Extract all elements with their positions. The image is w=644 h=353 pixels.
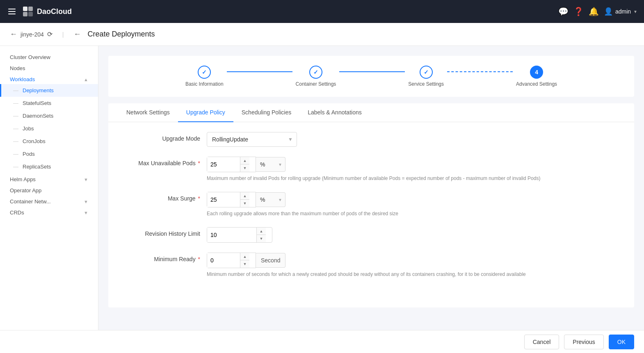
sidebar-item-crds[interactable]: CRDs ▼ [0, 206, 98, 217]
brand-logo: DaoCloud [22, 6, 72, 17]
step-line-3 [447, 71, 513, 72]
svg-rect-0 [23, 7, 27, 11]
minimum-ready-spinners: ▲ ▼ [240, 253, 249, 268]
max-surge-row: Max Surge * ▲ ▼ [125, 192, 618, 217]
revision-decrement[interactable]: ▼ [257, 235, 266, 242]
sidebar-item-deployments[interactable]: — Deployments [0, 84, 98, 97]
max-surge-input-wrap: ▲ ▼ [207, 192, 256, 207]
workspace-nav: ← jinye-204 ⟳ [10, 30, 53, 39]
svg-rect-2 [23, 12, 27, 16]
max-surge-increment[interactable]: ▲ [240, 192, 249, 200]
revision-history-label: Revision History Limit [125, 227, 207, 237]
max-surge-unit-wrap: % Number ▼ [256, 192, 285, 207]
max-unavailable-input[interactable] [207, 157, 240, 172]
max-unavailable-increment[interactable]: ▲ [240, 157, 249, 164]
page-title: Create Deployments [87, 30, 155, 39]
minimum-ready-row: Minimum Ready * ▲ ▼ [125, 253, 618, 278]
minimum-ready-unit-label: Second [256, 253, 285, 268]
step-advanced: 4 Advanced Settings [516, 66, 557, 87]
max-surge-spinners: ▲ ▼ [240, 192, 249, 207]
sidebar-item-helm-apps[interactable]: Helm Apps ▼ [0, 173, 98, 184]
revision-history-row: Revision History Limit ▲ ▼ [125, 227, 618, 243]
stepper: ✓ Basic Information ✓ Container Settings… [108, 56, 634, 97]
step-basic-label: Basic Information [185, 81, 224, 87]
max-unavailable-required: * [198, 160, 200, 166]
step-service-label: Service Settings [408, 81, 444, 87]
layout: Cluster Overview Nodes Workloads ▲ — Dep… [0, 46, 644, 353]
step-container-circle: ✓ [309, 66, 322, 79]
sidebar-item-jobs[interactable]: — Jobs [0, 122, 98, 135]
sidebar-item-cluster-overview[interactable]: Cluster Overview [0, 51, 98, 62]
step-container: ✓ Container Settings [296, 66, 336, 87]
sidebar: Cluster Overview Nodes Workloads ▲ — Dep… [0, 46, 98, 353]
topnav: DaoCloud 💬 ❓ 🔔 👤 admin ▼ [0, 0, 644, 23]
user-menu[interactable]: 👤 admin ▼ [604, 7, 637, 16]
upgrade-mode-select[interactable]: RollingUpdate Recreate [207, 132, 297, 147]
main-content: ✓ Basic Information ✓ Container Settings… [98, 46, 644, 353]
minimum-ready-label: Minimum Ready * [125, 253, 207, 262]
max-unavailable-input-wrap: ▲ ▼ [207, 157, 256, 172]
help-icon[interactable]: ❓ [573, 7, 584, 16]
sidebar-item-pods[interactable]: — Pods [0, 148, 98, 160]
revision-history-control: ▲ ▼ [207, 227, 618, 243]
max-unavailable-hint: Maximum number of invalid Pods for rolli… [207, 175, 618, 182]
form-card: Network Settings Upgrade Policy Scheduli… [108, 103, 634, 307]
bell-icon[interactable]: 🔔 [589, 7, 599, 16]
sidebar-item-statefulsets[interactable]: — StatefulSets [0, 97, 98, 109]
step-basic: ✓ Basic Information [185, 66, 224, 87]
step-advanced-label: Advanced Settings [516, 81, 557, 87]
previous-button[interactable]: Previous [564, 335, 603, 349]
sidebar-item-daemonsets[interactable]: — DaemonSets [0, 109, 98, 122]
max-unavailable-decrement[interactable]: ▼ [240, 164, 249, 172]
max-surge-unit-select[interactable]: % Number [256, 192, 285, 207]
tab-upgrade[interactable]: Upgrade Policy [178, 103, 233, 122]
max-unavailable-control: ▲ ▼ % Number ▼ [207, 157, 618, 182]
ok-button[interactable]: OK [609, 335, 634, 349]
sidebar-item-workloads[interactable]: Workloads ▲ [0, 73, 98, 84]
max-surge-hint: Each rolling upgrade allows more than th… [207, 210, 618, 217]
min-ready-input-wrap: ▲ ▼ [207, 253, 256, 268]
tabs-bar: Network Settings Upgrade Policy Scheduli… [108, 103, 634, 122]
refresh-button[interactable]: ⟳ [47, 30, 53, 38]
hamburger-menu[interactable] [7, 7, 17, 16]
tab-network[interactable]: Network Settings [118, 103, 178, 122]
max-unavailable-unit-wrap: % Number ▼ [256, 157, 285, 172]
workspace-label: jinye-204 [21, 31, 44, 38]
max-unavailable-row: Max Unavailable Pods * ▲ ▼ [125, 157, 618, 182]
revision-increment[interactable]: ▲ [257, 228, 266, 235]
workspace-back-button[interactable]: ← [10, 30, 17, 39]
sidebar-item-cronjobs[interactable]: — CronJobs [0, 135, 98, 148]
chat-icon[interactable]: 💬 [558, 7, 569, 16]
sidebar-item-operator-app[interactable]: Operator App [0, 184, 98, 195]
minimum-ready-increment[interactable]: ▲ [240, 253, 249, 260]
max-unavailable-spinners: ▲ ▼ [240, 157, 249, 172]
upgrade-mode-select-wrap: RollingUpdate Recreate ▼ [207, 132, 297, 147]
upgrade-mode-label: Upgrade Mode [125, 132, 207, 142]
revision-history-input[interactable] [207, 228, 256, 242]
step-service-circle: ✓ [420, 66, 433, 79]
minimum-ready-input-group: ▲ ▼ Second [207, 253, 618, 268]
upgrade-mode-row: Upgrade Mode RollingUpdate Recreate ▼ [125, 132, 618, 147]
cancel-button[interactable]: Cancel [524, 335, 560, 349]
max-surge-decrement[interactable]: ▼ [240, 200, 249, 207]
step-line-1 [227, 71, 292, 72]
sidebar-item-container-netw[interactable]: Container Netw... ▼ [0, 195, 98, 206]
revision-spinners: ▲ ▼ [256, 228, 266, 242]
sidebar-item-replicasets[interactable]: — ReplicaSets [0, 160, 98, 173]
bottom-bar: Cancel Previous OK [0, 330, 644, 353]
step-container-label: Container Settings [296, 81, 336, 87]
max-surge-input-group: ▲ ▼ % Number ▼ [207, 192, 618, 207]
form-body: Upgrade Mode RollingUpdate Recreate ▼ [108, 122, 634, 298]
max-surge-control: ▲ ▼ % Number ▼ [207, 192, 618, 217]
tab-scheduling[interactable]: Scheduling Policies [233, 103, 299, 122]
tab-labels[interactable]: Labels & Annotations [299, 103, 370, 122]
minimum-ready-input[interactable] [207, 253, 240, 268]
page-back-button[interactable]: ← [73, 30, 81, 39]
minimum-ready-decrement[interactable]: ▼ [240, 260, 249, 268]
minimum-ready-required: * [198, 256, 200, 262]
max-unavailable-unit-select[interactable]: % Number [256, 157, 285, 172]
sidebar-item-nodes[interactable]: Nodes [0, 62, 98, 73]
max-unavailable-input-group: ▲ ▼ % Number ▼ [207, 157, 618, 172]
max-surge-input[interactable] [207, 192, 240, 207]
svg-rect-1 [28, 7, 33, 11]
